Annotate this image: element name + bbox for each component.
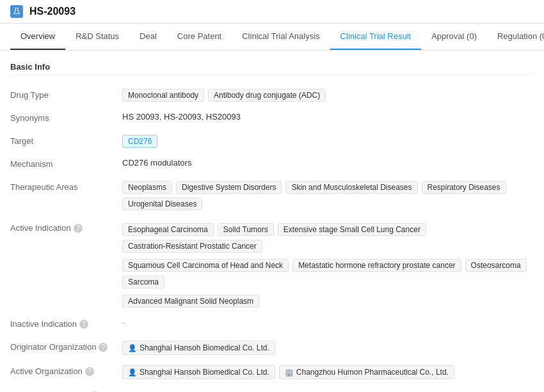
tag-castration[interactable]: Castration-Resistant Prostatic Cancer bbox=[122, 240, 262, 253]
tag-adc[interactable]: Antibody drug conjugate (ADC) bbox=[208, 89, 326, 102]
mechanism-value: CD276 modulators bbox=[122, 158, 534, 168]
originator-org-label: Originator Organization ? bbox=[10, 341, 122, 352]
org-tag-hansoh-active[interactable]: 👤 Shanghai Hansoh Biomedical Co. Ltd. bbox=[122, 365, 275, 379]
content: Basic Info Drug Type Monoclonal antibody… bbox=[0, 51, 544, 392]
org-tag-changzhou[interactable]: 🏢 Changzhou Humon Pharmaceutical Co., Lt… bbox=[279, 365, 454, 379]
tag-metastatic[interactable]: Metastatic hormone refractory prostate c… bbox=[292, 259, 461, 272]
tab-approval[interactable]: Approval (0) bbox=[421, 24, 487, 50]
originator-org-info-icon[interactable]: ? bbox=[99, 343, 108, 352]
person-icon-2: 👤 bbox=[128, 368, 137, 377]
drug-type-row: Drug Type Monoclonal antibody Antibody d… bbox=[10, 84, 534, 107]
tag-osteosarcoma[interactable]: Osteosarcoma bbox=[465, 259, 527, 272]
tag-respiratory[interactable]: Respiratory Diseases bbox=[422, 181, 506, 194]
tag-sarcoma[interactable]: Sarcoma bbox=[122, 276, 164, 288]
active-indication-row: Active Indication ? Esophageal Carcinoma… bbox=[10, 216, 534, 313]
therapeutic-areas-row: Therapeutic Areas Neoplasms Digestive Sy… bbox=[10, 176, 534, 216]
indication-row-2: Squamous Cell Carcinoma of Head and Neck… bbox=[122, 259, 534, 288]
drug-type-value: Monoclonal antibody Antibody drug conjug… bbox=[122, 89, 534, 102]
mechanism-text: CD276 modulators bbox=[122, 158, 191, 168]
drug-type-label: Drug Type bbox=[10, 89, 122, 100]
active-org-row: Active Organization ? 👤 Shanghai Hansoh … bbox=[10, 360, 534, 384]
person-icon: 👤 bbox=[128, 344, 137, 352]
tab-core-patent[interactable]: Core Patent bbox=[167, 24, 232, 50]
inactive-org-row: Inactive Organization ? - bbox=[10, 384, 534, 392]
active-org-info-icon[interactable]: ? bbox=[85, 367, 94, 376]
nav-tabs: Overview R&D Status Deal Core Patent Cli… bbox=[0, 24, 544, 51]
tag-neoplasms[interactable]: Neoplasms bbox=[122, 181, 172, 194]
mechanism-label: Mechanism bbox=[10, 158, 122, 169]
therapeutic-areas-label: Therapeutic Areas bbox=[10, 181, 122, 192]
synonyms-row: Synonyms HS 20093, HS-20093, HS20093 bbox=[10, 107, 534, 130]
tag-advanced-malignant[interactable]: Advanced Malignant Solid Neoplasm bbox=[122, 295, 259, 308]
active-indication-label: Active Indication ? bbox=[10, 221, 122, 233]
section-title: Basic Info bbox=[10, 58, 534, 76]
tab-clinical-trial-result[interactable]: Clinical Trial Result bbox=[330, 24, 422, 50]
originator-org-row: Originator Organization ? 👤 Shanghai Han… bbox=[10, 336, 534, 360]
org-tag-hansoh-originator[interactable]: 👤 Shanghai Hansoh Biomedical Co. Ltd. bbox=[122, 341, 275, 355]
synonyms-label: Synonyms bbox=[10, 112, 122, 123]
tag-solid-tumors[interactable]: Solid Tumors bbox=[218, 223, 274, 236]
inactive-indication-dash: - bbox=[122, 318, 125, 327]
active-org-label: Active Organization ? bbox=[10, 365, 122, 376]
tag-squamous[interactable]: Squamous Cell Carcinoma of Head and Neck bbox=[122, 259, 289, 272]
tag-sclc[interactable]: Extensive stage Small Cell Lung Cancer bbox=[278, 223, 426, 236]
inactive-org-value: - bbox=[122, 389, 534, 392]
tab-overview[interactable]: Overview bbox=[10, 24, 65, 50]
tag-skin[interactable]: Skin and Musculoskeletal Diseases bbox=[285, 181, 417, 194]
target-label: Target bbox=[10, 135, 122, 146]
tag-esophageal[interactable]: Esophageal Carcinoma bbox=[122, 223, 214, 236]
active-org-value: 👤 Shanghai Hansoh Biomedical Co. Ltd. 🏢 … bbox=[122, 365, 534, 379]
synonyms-text: HS 20093, HS-20093, HS20093 bbox=[122, 112, 241, 122]
inactive-org-label: Inactive Organization ? bbox=[10, 389, 122, 392]
inactive-indication-value: - bbox=[122, 318, 534, 327]
indication-row-1: Esophageal Carcinoma Solid Tumors Extens… bbox=[122, 223, 534, 253]
indication-row-3: Advanced Malignant Solid Neoplasm bbox=[122, 295, 259, 308]
tab-deal[interactable]: Deal bbox=[129, 24, 167, 50]
tag-cd276[interactable]: CD276 bbox=[122, 135, 157, 148]
tag-monoclonal-antibody[interactable]: Monoclonal antibody bbox=[122, 89, 204, 102]
header: HS-20093 bbox=[0, 0, 544, 24]
tab-rd-status[interactable]: R&D Status bbox=[65, 24, 129, 50]
header-title: HS-20093 bbox=[29, 6, 76, 17]
inactive-indication-label: Inactive Indication ? bbox=[10, 318, 122, 329]
tab-clinical-trial-analysis[interactable]: Clinical Trial Analysis bbox=[232, 24, 330, 50]
inactive-org-dash: - bbox=[122, 389, 125, 392]
active-indication-value: Esophageal Carcinoma Solid Tumors Extens… bbox=[122, 221, 534, 308]
therapeutic-areas-value: Neoplasms Digestive System Disorders Ski… bbox=[122, 181, 534, 210]
mechanism-row: Mechanism CD276 modulators bbox=[10, 153, 534, 176]
tab-regulation[interactable]: Regulation (0) bbox=[487, 24, 544, 50]
target-value: CD276 bbox=[122, 135, 534, 148]
flask-icon bbox=[10, 5, 23, 18]
inactive-indication-info-icon[interactable]: ? bbox=[79, 320, 88, 329]
target-row: Target CD276 bbox=[10, 130, 534, 153]
originator-org-value: 👤 Shanghai Hansoh Biomedical Co. Ltd. bbox=[122, 341, 534, 355]
inactive-indication-row: Inactive Indication ? - bbox=[10, 313, 534, 336]
building-icon: 🏢 bbox=[285, 368, 294, 377]
tag-urogenital[interactable]: Urogenital Diseases bbox=[122, 198, 202, 210]
active-indication-info-icon[interactable]: ? bbox=[74, 224, 83, 233]
tag-digestive[interactable]: Digestive System Disorders bbox=[176, 181, 282, 194]
synonyms-value: HS 20093, HS-20093, HS20093 bbox=[122, 112, 534, 122]
